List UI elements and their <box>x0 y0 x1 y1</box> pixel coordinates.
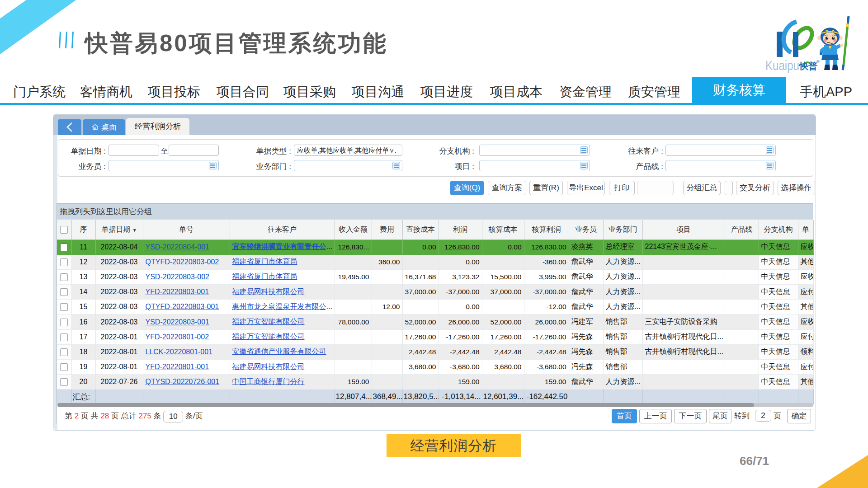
svg-text:快普: 快普 <box>798 61 817 71</box>
svg-text:Kuaipu: Kuaipu <box>765 58 799 73</box>
svg-text:®: ® <box>816 60 820 64</box>
